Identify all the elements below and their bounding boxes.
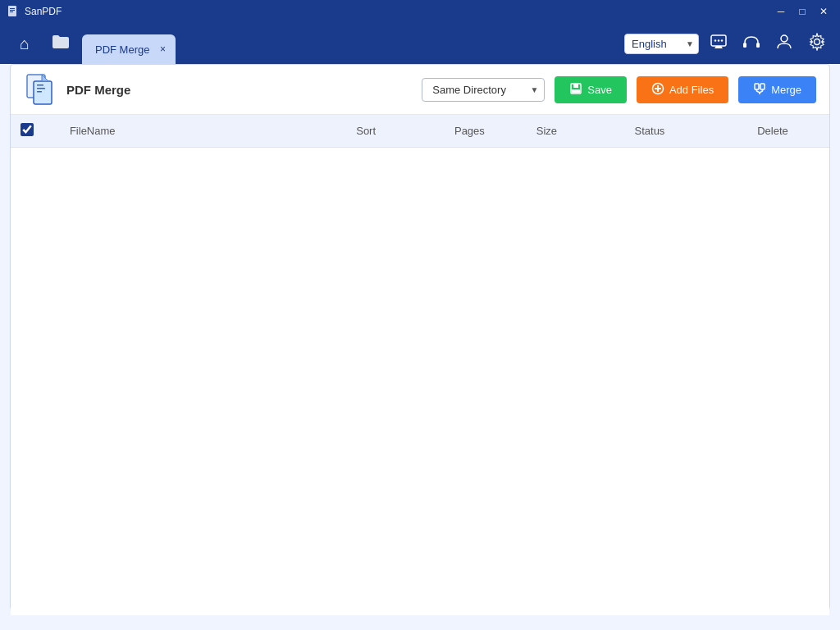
user-icon bbox=[775, 33, 793, 55]
minimize-button[interactable]: ─ bbox=[771, 3, 791, 20]
svg-rect-8 bbox=[743, 43, 746, 48]
headset-icon bbox=[742, 34, 760, 54]
svg-point-11 bbox=[815, 39, 820, 44]
user-button[interactable] bbox=[771, 30, 797, 57]
svg-rect-16 bbox=[37, 91, 42, 93]
tab-area: PDF Merge × bbox=[82, 23, 618, 64]
file-table: FileName Sort Pages Size Status Delete bbox=[11, 115, 829, 148]
svg-rect-14 bbox=[37, 84, 43, 86]
col-header-filename: FileName bbox=[60, 115, 346, 148]
content-toolbar: PDF Merge Same Directory Custom Director… bbox=[11, 65, 829, 115]
svg-rect-23 bbox=[755, 84, 759, 89]
nav-right: English Chinese Japanese ▼ bbox=[624, 30, 830, 57]
add-files-icon bbox=[651, 82, 664, 98]
app-icon bbox=[7, 5, 20, 18]
svg-rect-1 bbox=[10, 8, 15, 9]
tab-label: PDF Merge bbox=[95, 43, 149, 56]
merge-icon bbox=[753, 82, 766, 98]
svg-rect-18 bbox=[573, 84, 578, 88]
col-header-pages: Pages bbox=[445, 115, 527, 148]
title-bar-left: SanPDF bbox=[7, 5, 62, 18]
tab-close-button[interactable]: × bbox=[156, 43, 169, 56]
folder-icon bbox=[52, 34, 70, 53]
merge-label: Merge bbox=[771, 84, 801, 96]
table-header: FileName Sort Pages Size Status Delete bbox=[11, 115, 829, 148]
add-files-button[interactable]: Add Files bbox=[637, 76, 728, 103]
add-files-label: Add Files bbox=[669, 84, 714, 96]
main-content: PDF Merge Same Directory Custom Director… bbox=[10, 64, 830, 610]
col-header-sort: Sort bbox=[346, 115, 445, 148]
svg-rect-19 bbox=[572, 89, 580, 93]
settings-icon bbox=[808, 33, 826, 55]
table-header-row: FileName Sort Pages Size Status Delete bbox=[11, 115, 829, 148]
nav-bar: ⌂ PDF Merge × English Chinese Japanese ▼ bbox=[0, 23, 840, 64]
svg-rect-24 bbox=[760, 84, 765, 89]
svg-rect-0 bbox=[8, 6, 16, 16]
home-button[interactable]: ⌂ bbox=[10, 29, 39, 58]
save-label: Save bbox=[587, 84, 612, 96]
directory-select[interactable]: Same Directory Custom Directory bbox=[422, 78, 545, 102]
settings-button[interactable] bbox=[804, 30, 830, 57]
svg-rect-2 bbox=[10, 10, 15, 11]
save-button[interactable]: Save bbox=[555, 76, 627, 103]
svg-point-10 bbox=[781, 35, 788, 42]
svg-point-6 bbox=[718, 39, 719, 41]
language-selector-wrapper: English Chinese Japanese ▼ bbox=[624, 34, 699, 54]
svg-point-5 bbox=[714, 39, 716, 41]
pdf-merge-icon bbox=[24, 73, 57, 106]
tab-pdf-merge[interactable]: PDF Merge × bbox=[82, 34, 176, 64]
empty-area bbox=[11, 148, 829, 615]
col-header-size: Size bbox=[527, 115, 625, 148]
col-header-checkbox bbox=[11, 115, 60, 148]
content-title: PDF Merge bbox=[66, 83, 412, 97]
svg-point-7 bbox=[721, 39, 723, 41]
select-all-checkbox[interactable] bbox=[21, 123, 34, 136]
merge-button[interactable]: Merge bbox=[738, 76, 816, 103]
home-icon: ⌂ bbox=[20, 34, 30, 53]
svg-rect-15 bbox=[37, 88, 45, 89]
app-title: SanPDF bbox=[25, 6, 62, 17]
message-button[interactable] bbox=[705, 30, 732, 57]
title-bar: SanPDF ─ □ ✕ bbox=[0, 0, 840, 23]
language-select[interactable]: English Chinese Japanese bbox=[624, 34, 699, 54]
save-icon bbox=[569, 82, 582, 98]
directory-select-wrapper: Same Directory Custom Directory ▼ bbox=[422, 78, 545, 102]
folder-button[interactable] bbox=[46, 29, 75, 58]
col-header-status: Status bbox=[625, 115, 748, 148]
close-button[interactable]: ✕ bbox=[814, 3, 833, 20]
message-icon bbox=[710, 34, 728, 54]
col-header-delete: Delete bbox=[747, 115, 829, 148]
svg-rect-3 bbox=[10, 11, 13, 12]
window-controls: ─ □ ✕ bbox=[771, 3, 833, 20]
headset-button[interactable] bbox=[738, 30, 765, 57]
svg-rect-9 bbox=[756, 43, 760, 48]
maximize-button[interactable]: □ bbox=[792, 3, 812, 20]
